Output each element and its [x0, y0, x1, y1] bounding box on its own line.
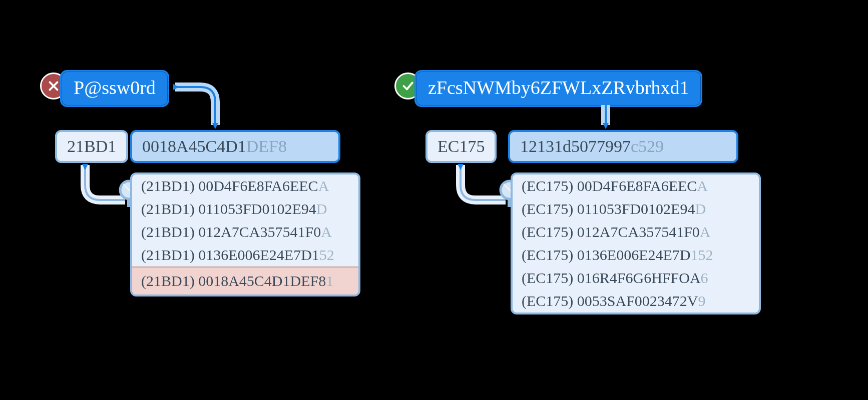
row-prefix: (21BD1) — [141, 272, 195, 289]
row-hash-faded: 152 — [690, 246, 713, 263]
row-hash-faded: D — [316, 200, 327, 217]
row-hash: 011053FD0102E94 — [198, 200, 316, 217]
result-row: (EC175) 016R4F6G6HFFOA6 — [513, 266, 759, 290]
result-row: (EC175) 0136E006E24E7D152 — [513, 244, 759, 266]
hash-prefix-box: 21BD1 — [55, 130, 128, 163]
password-pill: zFcsNWMby6ZFWLxZRvbrhxd1 — [414, 70, 702, 107]
row-hash: 0018A45C4D1DEF8 — [198, 272, 326, 289]
row-prefix: (21BD1) — [141, 178, 195, 194]
row-hash-faded: A — [700, 224, 711, 240]
result-row: (21BD1) 00D4F6E8FA6EECA — [132, 174, 358, 198]
hash-visible: 0018A45C4D1 — [142, 137, 246, 156]
result-row: (EC175) 011053FD0102E94D — [513, 198, 759, 220]
result-row: (EC175) 012A7CA357541F0A — [513, 220, 759, 244]
hash-suffix-box: 0018A45C4D1DEF8 — [130, 130, 340, 163]
hash-suffix-box: 12131d5077997c529 — [508, 130, 738, 163]
password-pill: P@ssw0rd — [60, 70, 169, 107]
row-hash-faded: A — [321, 224, 332, 240]
row-hash-faded: A — [318, 178, 329, 194]
row-hash: 016R4F6G6HFFOA — [577, 270, 701, 286]
row-hash-faded: 6 — [701, 270, 708, 286]
row-hash: 011053FD0102E94 — [577, 200, 695, 217]
row-hash: 012A7CA357541F0 — [577, 224, 700, 240]
result-row: (21BD1) 011053FD0102E94D — [132, 198, 358, 220]
row-hash: 0136E006E24E7D1 — [198, 246, 319, 263]
result-row: (21BD1) 0136E006E24E7D152 — [132, 244, 358, 266]
row-hash: 012A7CA357541F0 — [198, 224, 321, 240]
svg-marker-0 — [173, 84, 179, 90]
result-row: (21BD1) 012A7CA357541F0A — [132, 220, 358, 244]
row-hash: 0136E006E24E7D — [577, 246, 691, 263]
row-prefix: (EC175) — [522, 224, 573, 240]
password-text: P@ssw0rd — [74, 77, 156, 98]
results-list: (EC175) 00D4F6E8FA6EECA(EC175) 011053FD0… — [511, 172, 761, 314]
svg-marker-6 — [603, 123, 609, 129]
hash-prefix-text: EC175 — [438, 137, 485, 156]
check-icon — [401, 80, 414, 92]
hash-faded: c529 — [631, 137, 664, 156]
row-hash-faded: D — [695, 200, 706, 217]
row-prefix: (21BD1) — [141, 224, 195, 240]
result-row: (EC175) 0053SAF0023472V9 — [513, 290, 759, 312]
row-hash: 00D4F6E8FA6EEC — [198, 178, 318, 194]
svg-marker-1 — [212, 123, 218, 129]
hash-prefix-text: 21BD1 — [67, 137, 116, 156]
result-row: (EC175) 00D4F6E8FA6EECA — [513, 174, 759, 198]
row-hash-faded: 1 — [326, 272, 333, 289]
row-hash-faded: 52 — [319, 246, 334, 263]
results-list: (21BD1) 00D4F6E8FA6EECA(21BD1) 011053FD0… — [130, 172, 360, 296]
row-hash: 00D4F6E8FA6EEC — [577, 178, 697, 194]
result-row-match: (21BD1) 0018A45C4D1DEF81 — [132, 266, 358, 294]
row-hash-faded: 9 — [698, 292, 706, 309]
x-icon — [47, 80, 60, 92]
row-prefix: (21BD1) — [141, 200, 195, 217]
hash-visible: 12131d5077997 — [520, 137, 631, 156]
row-prefix: (21BD1) — [141, 246, 195, 263]
svg-marker-7 — [458, 164, 464, 170]
row-prefix: (EC175) — [522, 292, 573, 309]
hash-faded: DEF8 — [246, 137, 287, 156]
row-prefix: (EC175) — [522, 178, 573, 194]
row-prefix: (EC175) — [522, 200, 573, 217]
row-prefix: (EC175) — [522, 270, 573, 286]
row-hash: 0053SAF0023472V — [577, 292, 698, 309]
row-prefix: (EC175) — [522, 246, 573, 263]
password-text: zFcsNWMby6ZFWLxZRvbrhxd1 — [428, 77, 689, 98]
hash-prefix-box: EC175 — [425, 130, 497, 163]
svg-marker-2 — [82, 164, 88, 170]
row-hash-faded: A — [697, 178, 708, 194]
